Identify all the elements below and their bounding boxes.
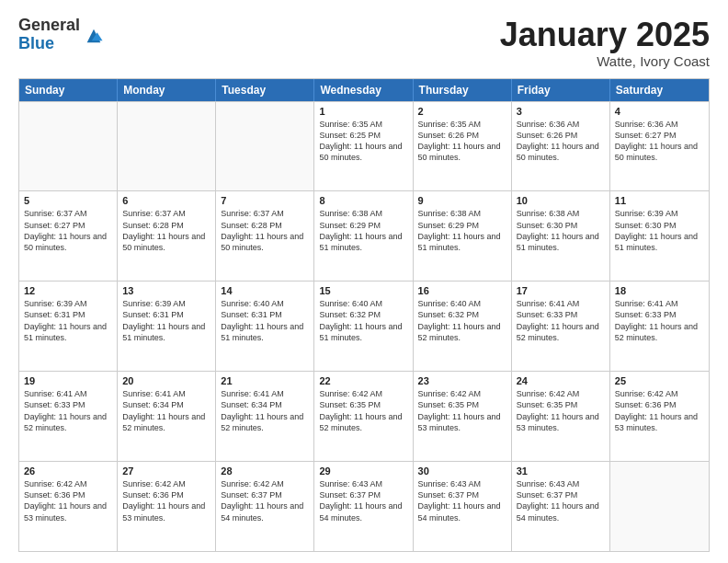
calendar: Sunday Monday Tuesday Wednesday Thursday… bbox=[18, 78, 710, 552]
day-number: 10 bbox=[517, 195, 605, 206]
calendar-cell bbox=[19, 102, 118, 191]
calendar-cell: 7Sunrise: 6:37 AM Sunset: 6:28 PM Daylig… bbox=[216, 191, 314, 281]
day-info: Sunrise: 6:35 AM Sunset: 6:26 PM Dayligh… bbox=[418, 119, 506, 164]
day-number: 3 bbox=[517, 106, 605, 117]
day-number: 2 bbox=[418, 106, 506, 117]
logo-general: General bbox=[18, 17, 80, 35]
calendar-cell: 8Sunrise: 6:38 AM Sunset: 6:29 PM Daylig… bbox=[314, 191, 413, 281]
day-info: Sunrise: 6:38 AM Sunset: 6:29 PM Dayligh… bbox=[418, 208, 506, 253]
day-info: Sunrise: 6:40 AM Sunset: 6:32 PM Dayligh… bbox=[418, 298, 506, 343]
day-info: Sunrise: 6:42 AM Sunset: 6:36 PM Dayligh… bbox=[122, 478, 210, 523]
day-info: Sunrise: 6:43 AM Sunset: 6:37 PM Dayligh… bbox=[517, 478, 605, 523]
day-info: Sunrise: 6:42 AM Sunset: 6:35 PM Dayligh… bbox=[418, 388, 506, 433]
day-number: 8 bbox=[319, 195, 407, 206]
day-number: 30 bbox=[418, 465, 506, 477]
day-info: Sunrise: 6:42 AM Sunset: 6:36 PM Dayligh… bbox=[615, 388, 704, 433]
day-number: 6 bbox=[122, 195, 210, 206]
day-number: 14 bbox=[221, 285, 309, 296]
day-info: Sunrise: 6:38 AM Sunset: 6:30 PM Dayligh… bbox=[517, 208, 605, 253]
day-info: Sunrise: 6:41 AM Sunset: 6:33 PM Dayligh… bbox=[517, 298, 605, 343]
calendar-week-1: 1Sunrise: 6:35 AM Sunset: 6:25 PM Daylig… bbox=[19, 101, 709, 191]
day-info: Sunrise: 6:40 AM Sunset: 6:32 PM Dayligh… bbox=[319, 298, 407, 343]
day-number: 25 bbox=[615, 375, 704, 386]
day-number: 15 bbox=[319, 285, 407, 296]
calendar-cell: 4Sunrise: 6:36 AM Sunset: 6:27 PM Daylig… bbox=[610, 102, 709, 191]
day-number: 31 bbox=[517, 465, 605, 477]
calendar-cell: 9Sunrise: 6:38 AM Sunset: 6:29 PM Daylig… bbox=[414, 191, 512, 281]
day-info: Sunrise: 6:43 AM Sunset: 6:37 PM Dayligh… bbox=[418, 478, 506, 523]
day-info: Sunrise: 6:36 AM Sunset: 6:27 PM Dayligh… bbox=[615, 119, 704, 164]
day-info: Sunrise: 6:42 AM Sunset: 6:35 PM Dayligh… bbox=[319, 388, 407, 433]
calendar-cell: 29Sunrise: 6:43 AM Sunset: 6:37 PM Dayli… bbox=[314, 462, 413, 551]
title-location: Watte, Ivory Coast bbox=[500, 53, 710, 69]
calendar-cell: 27Sunrise: 6:42 AM Sunset: 6:36 PM Dayli… bbox=[118, 462, 216, 551]
calendar-cell: 30Sunrise: 6:43 AM Sunset: 6:37 PM Dayli… bbox=[414, 462, 512, 551]
header: General Blue January 2025 Watte, Ivory C… bbox=[18, 17, 710, 69]
calendar-body: 1Sunrise: 6:35 AM Sunset: 6:25 PM Daylig… bbox=[19, 101, 709, 551]
calendar-cell: 21Sunrise: 6:41 AM Sunset: 6:34 PM Dayli… bbox=[216, 372, 314, 461]
logo-icon bbox=[84, 26, 104, 46]
day-number: 19 bbox=[24, 375, 112, 386]
calendar-week-2: 5Sunrise: 6:37 AM Sunset: 6:27 PM Daylig… bbox=[19, 190, 709, 281]
calendar-cell: 2Sunrise: 6:35 AM Sunset: 6:26 PM Daylig… bbox=[414, 102, 512, 191]
calendar-cell: 11Sunrise: 6:39 AM Sunset: 6:30 PM Dayli… bbox=[610, 191, 709, 281]
day-info: Sunrise: 6:41 AM Sunset: 6:34 PM Dayligh… bbox=[221, 388, 309, 433]
calendar-cell: 3Sunrise: 6:36 AM Sunset: 6:26 PM Daylig… bbox=[512, 102, 610, 191]
calendar-cell: 17Sunrise: 6:41 AM Sunset: 6:33 PM Dayli… bbox=[512, 282, 610, 371]
header-wednesday: Wednesday bbox=[314, 79, 413, 101]
day-info: Sunrise: 6:37 AM Sunset: 6:28 PM Dayligh… bbox=[221, 208, 309, 253]
calendar-cell: 26Sunrise: 6:42 AM Sunset: 6:36 PM Dayli… bbox=[19, 462, 118, 551]
day-info: Sunrise: 6:42 AM Sunset: 6:35 PM Dayligh… bbox=[517, 388, 605, 433]
calendar-cell bbox=[216, 102, 314, 191]
day-info: Sunrise: 6:37 AM Sunset: 6:27 PM Dayligh… bbox=[24, 208, 112, 253]
logo: General Blue bbox=[18, 17, 104, 53]
day-number: 4 bbox=[615, 106, 704, 117]
calendar-cell: 28Sunrise: 6:42 AM Sunset: 6:37 PM Dayli… bbox=[216, 462, 314, 551]
calendar-cell: 6Sunrise: 6:37 AM Sunset: 6:28 PM Daylig… bbox=[118, 191, 216, 281]
day-number: 16 bbox=[418, 285, 506, 296]
day-number: 29 bbox=[319, 465, 407, 477]
day-number: 27 bbox=[122, 465, 210, 477]
day-info: Sunrise: 6:36 AM Sunset: 6:26 PM Dayligh… bbox=[517, 119, 605, 164]
day-info: Sunrise: 6:41 AM Sunset: 6:33 PM Dayligh… bbox=[24, 388, 112, 433]
day-info: Sunrise: 6:39 AM Sunset: 6:31 PM Dayligh… bbox=[122, 298, 210, 343]
header-monday: Monday bbox=[118, 79, 216, 101]
day-number: 5 bbox=[24, 195, 112, 206]
title-month: January 2025 bbox=[500, 17, 710, 53]
calendar-cell: 5Sunrise: 6:37 AM Sunset: 6:27 PM Daylig… bbox=[19, 191, 118, 281]
calendar-cell bbox=[118, 102, 216, 191]
calendar-week-4: 19Sunrise: 6:41 AM Sunset: 6:33 PM Dayli… bbox=[19, 371, 709, 461]
day-number: 17 bbox=[517, 285, 605, 296]
day-number: 22 bbox=[319, 375, 407, 386]
day-info: Sunrise: 6:42 AM Sunset: 6:36 PM Dayligh… bbox=[24, 478, 112, 523]
calendar-cell: 13Sunrise: 6:39 AM Sunset: 6:31 PM Dayli… bbox=[118, 282, 216, 371]
title-block: January 2025 Watte, Ivory Coast bbox=[500, 17, 710, 69]
logo-text: General Blue bbox=[18, 17, 80, 53]
day-number: 13 bbox=[122, 285, 210, 296]
day-number: 7 bbox=[221, 195, 309, 206]
day-info: Sunrise: 6:35 AM Sunset: 6:25 PM Dayligh… bbox=[319, 119, 407, 164]
calendar-cell: 10Sunrise: 6:38 AM Sunset: 6:30 PM Dayli… bbox=[512, 191, 610, 281]
header-thursday: Thursday bbox=[414, 79, 512, 101]
calendar-cell: 31Sunrise: 6:43 AM Sunset: 6:37 PM Dayli… bbox=[512, 462, 610, 551]
day-info: Sunrise: 6:41 AM Sunset: 6:34 PM Dayligh… bbox=[122, 388, 210, 433]
calendar-cell: 23Sunrise: 6:42 AM Sunset: 6:35 PM Dayli… bbox=[414, 372, 512, 461]
calendar-cell: 18Sunrise: 6:41 AM Sunset: 6:33 PM Dayli… bbox=[610, 282, 709, 371]
calendar-cell: 16Sunrise: 6:40 AM Sunset: 6:32 PM Dayli… bbox=[414, 282, 512, 371]
day-number: 28 bbox=[221, 465, 309, 477]
calendar-week-5: 26Sunrise: 6:42 AM Sunset: 6:36 PM Dayli… bbox=[19, 461, 709, 551]
day-number: 9 bbox=[418, 195, 506, 206]
calendar-cell bbox=[610, 462, 709, 551]
day-number: 26 bbox=[24, 465, 112, 477]
day-info: Sunrise: 6:37 AM Sunset: 6:28 PM Dayligh… bbox=[122, 208, 210, 253]
calendar-cell: 15Sunrise: 6:40 AM Sunset: 6:32 PM Dayli… bbox=[314, 282, 413, 371]
calendar-cell: 24Sunrise: 6:42 AM Sunset: 6:35 PM Dayli… bbox=[512, 372, 610, 461]
day-number: 11 bbox=[615, 195, 704, 206]
calendar-week-3: 12Sunrise: 6:39 AM Sunset: 6:31 PM Dayli… bbox=[19, 281, 709, 371]
header-tuesday: Tuesday bbox=[216, 79, 314, 101]
day-number: 24 bbox=[517, 375, 605, 386]
calendar-cell: 1Sunrise: 6:35 AM Sunset: 6:25 PM Daylig… bbox=[314, 102, 413, 191]
day-info: Sunrise: 6:40 AM Sunset: 6:31 PM Dayligh… bbox=[221, 298, 309, 343]
calendar-cell: 25Sunrise: 6:42 AM Sunset: 6:36 PM Dayli… bbox=[610, 372, 709, 461]
calendar-cell: 22Sunrise: 6:42 AM Sunset: 6:35 PM Dayli… bbox=[314, 372, 413, 461]
